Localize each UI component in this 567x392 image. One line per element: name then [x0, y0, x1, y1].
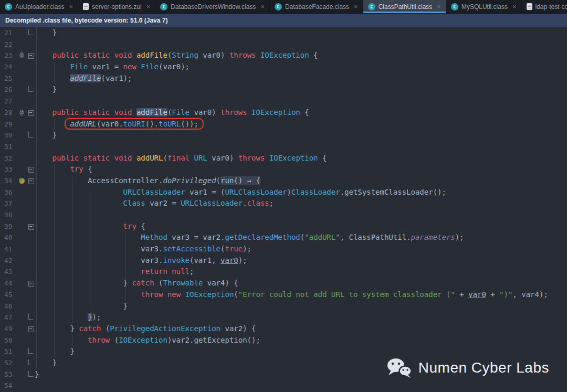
fold-marker-icon[interactable]	[27, 175, 35, 187]
tab-close-icon[interactable]: ×	[512, 3, 517, 10]
code-line[interactable]: 45 throw new IOException("Error could no…	[0, 289, 567, 301]
fold-marker-icon[interactable]	[27, 369, 35, 380]
line-number: 41	[0, 243, 16, 255]
code-line[interactable]: 36 URLClassLoader var1 = (URLClassLoader…	[0, 187, 567, 198]
code-text: addURL(var0.toURI().toURL());	[35, 120, 204, 128]
code-line[interactable]: 40 Method var3 = var2.getDeclaredMethod(…	[0, 232, 567, 243]
tab-label: MySQLUtil.class	[461, 3, 508, 10]
line-number: 54	[0, 380, 16, 391]
fold-marker-icon	[27, 232, 35, 243]
code-line[interactable]: 44 } catch (Throwable var4) {	[0, 278, 567, 289]
code-line[interactable]: 31	[0, 141, 567, 153]
code-line[interactable]: 30 }	[0, 130, 567, 141]
line-number: 25	[0, 73, 16, 84]
tab-close-icon[interactable]: ×	[260, 3, 265, 10]
fold-marker-icon[interactable]	[27, 84, 35, 96]
code-line[interactable]: 23@ public static void addFile(String va…	[0, 50, 567, 61]
editor-rows: 21 }2223@ public static void addFile(Str…	[0, 27, 567, 391]
watermark: Numen Cyber Labs	[386, 357, 549, 378]
code-text: } catch (PrivilegedActionException var2)…	[35, 324, 256, 333]
line-number: 53	[0, 369, 16, 380]
class-icon: C	[275, 3, 282, 10]
lambda-gutter-icon	[16, 175, 27, 187]
code-text: public static void addURL(final URL var0…	[35, 154, 327, 162]
tab-close-icon[interactable]: ×	[437, 3, 441, 10]
line-number: 30	[0, 130, 16, 141]
editor-tab[interactable]: server-options.zul×	[78, 0, 155, 13]
code-line[interactable]: 32 public static void addURL(final URL v…	[0, 153, 567, 164]
fold-marker-icon	[27, 266, 35, 278]
code-text: var3.setAccessible(true);	[35, 245, 251, 253]
editor-tab[interactable]: ldap-test-connection.zul×	[522, 0, 567, 13]
code-line[interactable]: 41 var3.setAccessible(true);	[0, 243, 567, 255]
code-line[interactable]: 37 Class var2 = URLClassLoader.class;	[0, 198, 567, 209]
code-line[interactable]: 24 File var1 = new File(var0);	[0, 61, 567, 73]
code-line[interactable]: 39 try {	[0, 221, 567, 232]
fold-marker-icon[interactable]	[27, 346, 35, 357]
code-line[interactable]: 27	[0, 96, 567, 107]
fold-marker-icon	[27, 255, 35, 267]
code-text: try {	[35, 222, 145, 230]
tab-close-icon[interactable]: ×	[69, 3, 73, 10]
fold-marker-icon[interactable]	[27, 221, 35, 232]
code-line[interactable]: 25 addFile(var1);	[0, 73, 567, 84]
editor-tab[interactable]: CAuUploader.class×	[0, 0, 78, 13]
code-line[interactable]: 33 try {	[0, 164, 567, 175]
tab-close-icon[interactable]: ×	[354, 3, 358, 10]
fold-marker-icon[interactable]	[27, 323, 35, 335]
editor-tab[interactable]: CClassPathUtil.class×	[363, 0, 446, 13]
code-line[interactable]: 42 var3.invoke(var1, var0);	[0, 255, 567, 267]
code-text: public static void addFile(String var0) …	[35, 51, 318, 59]
line-number: 52	[0, 357, 16, 369]
line-number: 49	[0, 323, 16, 335]
code-line[interactable]: 54	[0, 380, 567, 391]
code-line[interactable]: 29 addURL(var0.toURI().toURL());	[0, 119, 567, 130]
code-line[interactable]: 49 } catch (PrivilegedActionException va…	[0, 323, 567, 335]
code-line[interactable]: 28@ public static void addFile(File var0…	[0, 107, 567, 119]
code-text: } catch (Throwable var4) {	[35, 279, 238, 287]
fold-marker-icon	[27, 380, 35, 391]
annotation-red-box: addURL(var0.toURI().toURL());	[65, 118, 203, 130]
code-line[interactable]: 21 }	[0, 27, 567, 39]
code-text: AccessController.doPrivileged(run() → {	[35, 176, 260, 185]
code-line[interactable]: 22	[0, 39, 567, 50]
annotation-gutter-icon: @	[16, 107, 27, 119]
code-line[interactable]: 34 AccessController.doPrivileged(run() →…	[0, 175, 567, 187]
code-line[interactable]: 47 });	[0, 312, 567, 323]
fold-marker-icon	[27, 335, 35, 346]
fold-marker-icon[interactable]	[27, 278, 35, 289]
file-icon	[527, 3, 532, 10]
tab-label: AuUploader.class	[15, 3, 64, 10]
fold-marker-icon[interactable]	[27, 107, 35, 119]
line-number: 40	[0, 232, 16, 243]
code-line[interactable]: 26 }	[0, 84, 567, 96]
code-line[interactable]: 50 throw (IOException)var2.getException(…	[0, 335, 567, 346]
editor-tab[interactable]: CMySQLUtil.class×	[446, 0, 522, 13]
fold-marker-icon[interactable]	[27, 312, 35, 323]
fold-marker-icon	[27, 119, 35, 130]
code-line[interactable]: 43 return null;	[0, 266, 567, 278]
code-text: addFile(var1);	[35, 74, 132, 82]
code-line[interactable]: 51 }	[0, 346, 567, 357]
file-icon	[83, 3, 89, 10]
code-text: throw new IOException("Error could not a…	[35, 290, 548, 299]
line-number: 33	[0, 164, 16, 175]
code-text: }	[35, 28, 57, 37]
fold-marker-icon[interactable]	[27, 27, 35, 39]
tab-close-icon[interactable]: ×	[146, 3, 151, 10]
code-line[interactable]: 46 }	[0, 301, 567, 312]
line-number: 44	[0, 278, 16, 289]
line-number: 51	[0, 346, 16, 357]
fold-marker-icon	[27, 187, 35, 198]
editor-tab[interactable]: CDatabaseDriversWindow.class×	[155, 0, 270, 13]
fold-marker-icon[interactable]	[27, 50, 35, 61]
tab-label: ClassPathUtil.class	[379, 3, 433, 10]
fold-marker-icon	[27, 73, 35, 84]
fold-marker-icon[interactable]	[27, 164, 35, 175]
wechat-icon	[386, 357, 412, 378]
line-number: 28	[0, 107, 16, 119]
fold-marker-icon[interactable]	[27, 357, 35, 369]
fold-marker-icon[interactable]	[27, 130, 35, 141]
editor-tab[interactable]: CDatabaseFacade.class×	[270, 0, 363, 13]
code-line[interactable]: 38	[0, 209, 567, 221]
